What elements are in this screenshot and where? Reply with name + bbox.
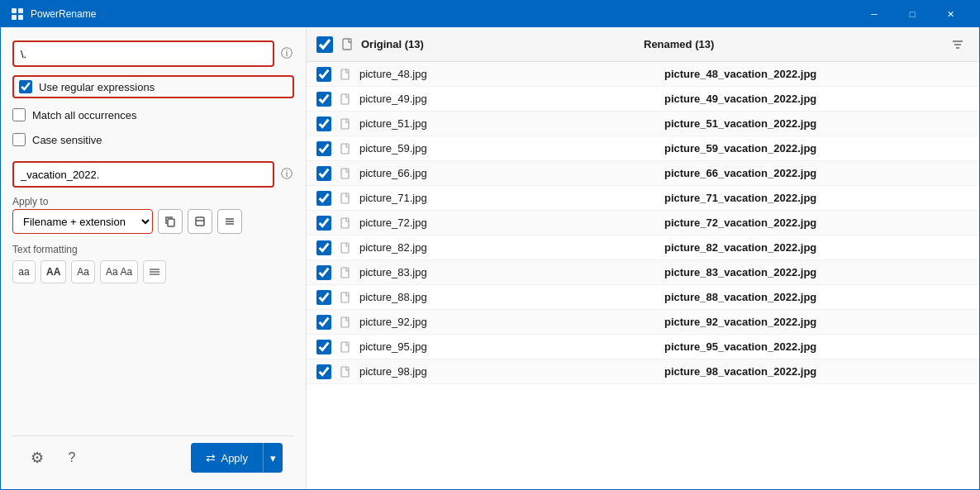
row-checkbox[interactable] [316,364,331,379]
renamed-filename: picture_59_vacation_2022.jpg [664,142,969,155]
row-checkbox[interactable] [316,166,331,181]
row-checkbox[interactable] [316,340,331,354]
svg-rect-24 [341,317,349,327]
title-bar: PowerRename ─ □ ✕ [1,1,979,27]
row-checkbox[interactable] [316,315,331,330]
close-button[interactable]: ✕ [931,1,969,27]
apply-to-label: Apply to [12,196,294,207]
renamed-filename: picture_48_vacation_2022.jpg [664,68,969,80]
match-all-label[interactable]: Match all occurrences [32,109,136,121]
use-regex-checkbox[interactable] [19,80,32,93]
bottom-bar: ⚙ ? ⇄ Apply ▾ [12,435,294,479]
table-row: picture_83.jpg picture_83_vacation_2022.… [307,260,979,285]
table-row: picture_98.jpg picture_98_vacation_2022.… [307,359,979,384]
apply-to-select[interactable]: Filename + extension Filename only Exten… [12,209,153,234]
row-checkbox[interactable] [316,265,331,280]
replace-row: ⓘ [12,161,294,188]
svg-rect-14 [341,69,349,79]
svg-rect-22 [341,268,349,278]
app-icon [11,7,24,21]
settings-button[interactable]: ⚙ [24,445,50,471]
row-checkbox[interactable] [316,240,331,255]
svg-rect-19 [341,193,349,203]
minimize-button[interactable]: ─ [855,1,893,27]
use-regex-label[interactable]: Use regular expressions [39,81,155,93]
svg-rect-2 [12,15,17,20]
case-sensitive-checkbox[interactable] [12,133,26,146]
renamed-filename: picture_72_vacation_2022.jpg [664,216,969,229]
file-list: picture_48.jpg picture_48_vacation_2022.… [307,62,979,489]
file-icon [340,117,353,131]
row-checkbox[interactable] [316,117,331,131]
file-icon [340,192,353,205]
renamed-filename: picture_66_vacation_2022.jpg [664,167,969,179]
renamed-filename: picture_95_vacation_2022.jpg [664,340,969,353]
row-checkbox[interactable] [316,141,331,156]
main-content: ⓘ Use regular expressions Match all occu… [1,27,979,489]
file-icon [340,216,353,230]
lowercase-btn[interactable]: aa [12,260,36,283]
table-row: picture_88.jpg picture_88_vacation_2022.… [307,285,979,310]
search-input[interactable] [12,40,274,67]
maximize-button[interactable]: □ [893,1,931,27]
svg-rect-25 [341,342,349,352]
header-renamed: Renamed (13) [644,38,946,50]
table-row: picture_59.jpg picture_59_vacation_2022.… [307,136,979,161]
apply-button[interactable]: ⇄ Apply [191,443,263,473]
filter-icon[interactable] [946,38,969,51]
file-icon [340,266,353,279]
row-checkbox[interactable] [316,290,331,305]
original-filename: picture_48.jpg [359,68,664,80]
table-row: picture_48.jpg picture_48_vacation_2022.… [307,62,979,87]
original-label: Original (13) [361,38,424,50]
titlecase-btn[interactable]: Aa [71,260,95,283]
file-list-header: Original (13) Renamed (13) [307,27,979,62]
original-filename: picture_51.jpg [359,117,664,130]
search-info-icon[interactable]: ⓘ [279,46,294,61]
original-filename: picture_95.jpg [359,340,664,353]
case-sensitive-row: Case sensitive [12,131,294,148]
row-checkbox[interactable] [316,92,331,107]
titlecase-words-btn[interactable]: Aa Aa [100,260,138,283]
header-original: Original (13) [341,38,644,51]
row-checkbox[interactable] [316,67,331,82]
row-checkbox[interactable] [316,191,331,206]
copy-icon-btn[interactable] [158,209,183,234]
file-icon [340,93,353,106]
list-icon-btn[interactable] [217,209,242,234]
replace-input[interactable] [12,161,274,188]
match-all-checkbox[interactable] [12,108,26,121]
table-row: picture_51.jpg picture_51_vacation_2022.… [307,112,979,136]
row-checkbox[interactable] [316,216,331,231]
table-row: picture_66.jpg picture_66_vacation_2022.… [307,161,979,186]
text-formatting-label: Text formatting [12,244,294,255]
apply-to-row: Filename + extension Filename only Exten… [12,209,294,234]
frame-icon-btn[interactable] [188,209,212,234]
table-row: picture_71.jpg picture_71_vacation_2022.… [307,186,979,211]
renamed-filename: picture_71_vacation_2022.jpg [664,192,969,204]
svg-rect-20 [341,218,349,228]
svg-rect-23 [341,293,349,302]
apply-label: Apply [221,452,248,464]
svg-rect-18 [341,169,349,178]
search-row: ⓘ [12,40,294,67]
uppercase-btn[interactable]: AA [40,260,66,283]
case-sensitive-label[interactable]: Case sensitive [32,134,102,146]
svg-rect-21 [341,243,349,253]
file-icon [340,68,353,81]
renamed-filename: picture_82_vacation_2022.jpg [664,241,969,254]
enumerate-btn[interactable] [143,260,166,283]
table-row: picture_92.jpg picture_92_vacation_2022.… [307,310,979,335]
file-icon [340,142,353,155]
file-icon [340,241,353,255]
help-button[interactable]: ? [59,445,85,471]
original-filename: picture_49.jpg [359,93,664,105]
apply-dropdown-button[interactable]: ▾ [263,443,283,473]
file-header-icon [341,38,354,51]
replace-info-icon[interactable]: ⓘ [279,167,294,182]
select-all-checkbox[interactable] [316,36,333,53]
svg-rect-26 [341,367,349,377]
main-window: PowerRename ─ □ ✕ ⓘ Use regular expressi… [0,0,980,490]
apply-to-section: Apply to Filename + extension Filename o… [12,196,294,234]
renamed-filename: picture_98_vacation_2022.jpg [664,365,969,378]
